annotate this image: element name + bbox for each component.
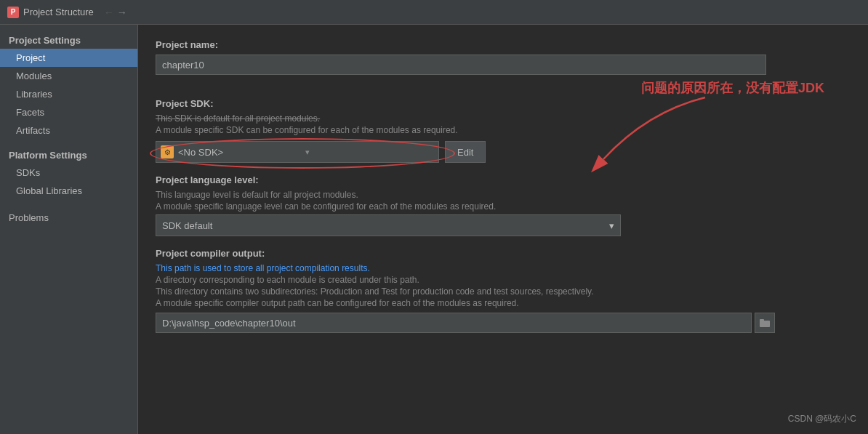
compiler-output-input[interactable] — [156, 313, 752, 333]
sdk-desc1: This SDK is default for all project modu… — [156, 113, 851, 124]
sidebar-item-global-libraries[interactable]: Global Libraries — [0, 182, 137, 200]
language-level-section: Project language level: This language le… — [156, 174, 851, 236]
compiler-desc2: A directory corresponding to each module… — [156, 275, 851, 285]
watermark: CSDN @码农小C — [788, 413, 856, 425]
lang-desc2: A module specific language level can be … — [156, 201, 851, 212]
sidebar-item-modules[interactable]: Modules — [0, 67, 137, 85]
folder-browse-button[interactable] — [755, 313, 775, 333]
compiler-desc1: This path is used to store all project c… — [156, 263, 851, 273]
back-arrow[interactable]: ← — [104, 7, 114, 18]
lang-caret-icon: ▾ — [609, 220, 614, 231]
sidebar-divider2 — [0, 200, 137, 206]
lang-desc1: This language level is default for all p… — [156, 190, 851, 200]
platform-settings-label: Platform Settings — [0, 145, 137, 164]
compiler-desc4: A module specific compiler output path c… — [156, 298, 851, 308]
project-name-label: Project name: — [156, 39, 851, 50]
content-area: 问题的原因所在，没有配置JDK Project name: Project SD… — [138, 25, 868, 434]
language-level-value: SDK default — [162, 220, 212, 231]
annotation: 问题的原因所在，没有配置JDK — [641, 79, 824, 97]
compiler-output-section: Project compiler output: This path is us… — [156, 248, 851, 333]
sidebar-item-artifacts[interactable]: Artifacts — [0, 121, 137, 140]
sdk-edit-button[interactable]: Edit — [445, 141, 486, 163]
forward-arrow[interactable]: → — [117, 7, 127, 18]
compiler-desc3: This directory contains two subdirectori… — [156, 286, 851, 297]
sidebar-item-project[interactable]: Project — [0, 49, 137, 67]
annotation-text: 问题的原因所在，没有配置JDK — [641, 81, 824, 95]
title-bar: P Project Structure ← → — [0, 0, 868, 25]
sidebar: Project Settings Project Modules Librari… — [0, 25, 138, 434]
compiler-output-label: Project compiler output: — [156, 248, 851, 259]
project-sdk-label: Project SDK: — [156, 98, 851, 109]
sidebar-divider — [0, 140, 137, 145]
sdk-desc2: A module specific SDK can be configured … — [156, 125, 851, 135]
sdk-row: ⚙ <No SDK> ▾ Edit — [156, 141, 851, 163]
project-settings-label: Project Settings — [0, 31, 137, 49]
main-layout: Project Settings Project Modules Librari… — [0, 25, 868, 434]
sdk-caret-icon: ▾ — [305, 148, 438, 157]
language-level-label: Project language level: — [156, 174, 851, 185]
svg-rect-1 — [760, 321, 770, 327]
language-level-dropdown[interactable]: SDK default ▾ — [156, 214, 621, 236]
sdk-dropdown-container: ⚙ <No SDK> ▾ — [156, 141, 439, 163]
sidebar-item-facets[interactable]: Facets — [0, 103, 137, 121]
sidebar-item-problems[interactable]: Problems — [0, 209, 137, 227]
sidebar-item-sdks[interactable]: SDKs — [0, 164, 137, 182]
folder-icon — [760, 318, 770, 327]
project-sdk-section: Project SDK: This SDK is default for all… — [156, 98, 851, 163]
sdk-dropdown[interactable]: ⚙ <No SDK> ▾ — [156, 141, 439, 163]
window-title: Project Structure — [23, 7, 94, 17]
sdk-value: <No SDK> — [178, 147, 305, 158]
nav-buttons: ← → — [104, 7, 127, 18]
project-name-input[interactable] — [156, 55, 766, 75]
compiler-output-row — [156, 313, 851, 333]
app-icon: P — [7, 7, 19, 18]
sdk-gear-icon: ⚙ — [161, 145, 174, 158]
sidebar-item-libraries[interactable]: Libraries — [0, 85, 137, 103]
svg-rect-2 — [760, 319, 764, 321]
